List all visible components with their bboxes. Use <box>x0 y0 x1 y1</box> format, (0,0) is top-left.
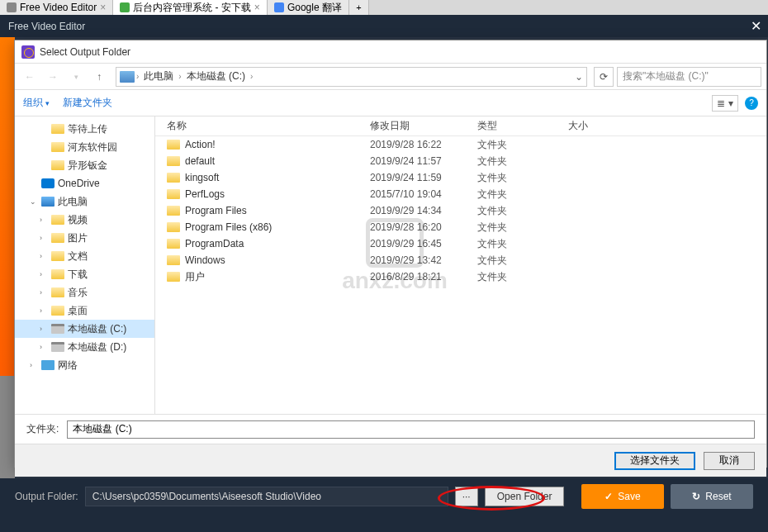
tree-item[interactable]: OneDrive <box>15 174 154 192</box>
browser-tab[interactable]: Free Video Editor× <box>0 0 113 15</box>
expand-icon[interactable]: › <box>40 306 48 315</box>
tab-label: Google 翻译 <box>287 1 342 15</box>
tree-label: 音乐 <box>68 286 88 300</box>
column-date[interactable]: 修改日期 <box>370 119 477 133</box>
tree-label: 异形钣金 <box>68 159 107 173</box>
file-type: 文件夹 <box>477 237 568 251</box>
expand-icon[interactable]: › <box>40 252 48 260</box>
tree-item[interactable]: 河东软件园 <box>15 138 154 156</box>
select-folder-button[interactable]: 选择文件夹 <box>614 452 695 470</box>
new-tab-button[interactable]: + <box>349 0 369 15</box>
folder-icon <box>51 251 64 261</box>
save-button[interactable]: Save <box>581 484 664 509</box>
forward-button[interactable]: → <box>43 67 63 87</box>
file-row[interactable]: Action!2019/9/28 16:22文件夹 <box>155 136 766 153</box>
favicon <box>7 2 17 12</box>
chevron-down-icon[interactable]: ⌄ <box>575 71 583 83</box>
file-row[interactable]: Program Files2019/9/29 14:34文件夹 <box>155 202 766 219</box>
reset-icon <box>692 491 700 502</box>
cancel-button[interactable]: 取消 <box>704 452 755 470</box>
column-type[interactable]: 类型 <box>477 119 568 133</box>
tree-item[interactable]: ›网络 <box>15 356 154 374</box>
file-name: Action! <box>185 139 216 150</box>
expand-icon[interactable]: › <box>40 216 48 224</box>
tree-label: 下载 <box>68 268 88 282</box>
file-date: 2019/9/28 16:22 <box>370 139 477 150</box>
up-button[interactable]: ↑ <box>89 67 109 87</box>
close-icon[interactable]: ✕ <box>751 18 761 34</box>
help-icon[interactable]: ? <box>745 97 758 110</box>
file-list[interactable]: 名称 修改日期 类型 大小 Action!2019/9/28 16:22文件夹d… <box>155 116 766 414</box>
organize-menu[interactable]: 组织▾ <box>23 96 50 110</box>
breadcrumb[interactable]: › 此电脑 › 本地磁盘 (C:) › ⌄ <box>116 67 587 87</box>
file-date: 2019/9/29 13:42 <box>370 254 477 266</box>
file-name: Windows <box>185 254 225 266</box>
breadcrumb-item[interactable]: 本地磁盘 (C:) <box>183 69 249 83</box>
dialog-title: Select Output Folder <box>40 46 130 58</box>
folder-icon <box>51 142 64 152</box>
tree-item[interactable]: ›文档 <box>15 247 154 265</box>
expand-icon[interactable]: ⌄ <box>30 197 38 206</box>
file-row[interactable]: Program Files (x86)2019/9/28 16:20文件夹 <box>155 219 766 235</box>
drive-icon <box>51 324 64 334</box>
view-options-button[interactable]: ≣ ▾ <box>712 95 738 112</box>
file-row[interactable]: PerfLogs2015/7/10 19:04文件夹 <box>155 186 766 202</box>
file-type: 文件夹 <box>477 270 568 284</box>
tree-item[interactable]: ›视频 <box>15 211 154 229</box>
filename-row: 文件夹: <box>15 414 766 444</box>
file-type: 文件夹 <box>477 221 568 235</box>
tree-item[interactable]: ›音乐 <box>15 283 154 302</box>
file-date: 2019/9/29 14:34 <box>370 205 477 216</box>
favicon <box>120 2 130 12</box>
tree-label: OneDrive <box>58 178 100 189</box>
expand-icon[interactable]: › <box>40 288 48 297</box>
close-icon[interactable]: × <box>254 2 260 13</box>
tree-item[interactable]: ›本地磁盘 (C:) <box>15 320 154 338</box>
expand-icon[interactable]: › <box>30 361 38 369</box>
file-row[interactable]: 用户2016/8/29 18:21文件夹 <box>155 268 766 285</box>
breadcrumb-item[interactable]: 此电脑 <box>140 69 177 83</box>
browser-tab[interactable]: 后台内容管理系统 - 安下载× <box>113 0 268 15</box>
file-row[interactable]: kingsoft2019/9/24 11:59文件夹 <box>155 169 766 186</box>
file-row[interactable]: Windows2019/9/29 13:42文件夹 <box>155 252 766 268</box>
close-icon[interactable]: × <box>100 2 106 13</box>
column-name[interactable]: 名称 <box>155 119 370 133</box>
expand-icon[interactable]: › <box>40 234 48 242</box>
tree-item[interactable]: ›图片 <box>15 229 154 247</box>
refresh-button[interactable]: ⟳ <box>594 67 614 87</box>
chevron-down-icon: ▾ <box>45 99 50 107</box>
file-type: 文件夹 <box>477 254 568 268</box>
reset-button[interactable]: Reset <box>671 484 753 509</box>
back-button[interactable]: ← <box>20 67 40 87</box>
expand-icon[interactable]: › <box>40 343 48 351</box>
tree-item[interactable]: ›桌面 <box>15 302 154 320</box>
tree-item[interactable]: ›本地磁盘 (D:) <box>15 338 154 356</box>
recent-dropdown[interactable]: ▾ <box>66 67 86 87</box>
file-name: Program Files <box>185 205 247 216</box>
filename-input[interactable] <box>67 420 755 439</box>
expand-icon[interactable]: › <box>40 325 48 333</box>
file-type: 文件夹 <box>477 171 568 185</box>
search-input[interactable]: 搜索"本地磁盘 (C:)" <box>617 67 761 87</box>
tree-label: 视频 <box>68 213 88 227</box>
file-type: 文件夹 <box>477 138 568 152</box>
filename-label: 文件夹: <box>26 422 59 436</box>
file-date: 2019/9/28 16:20 <box>370 221 477 233</box>
tree-item[interactable]: ›下载 <box>15 265 154 283</box>
tree-item[interactable]: ⌄此电脑 <box>15 192 154 211</box>
tree-item[interactable]: 异形钣金 <box>15 156 154 174</box>
file-date: 2015/7/10 19:04 <box>370 188 477 200</box>
expand-icon[interactable]: › <box>40 270 48 278</box>
app-icon <box>21 45 35 59</box>
column-size[interactable]: 大小 <box>568 119 634 133</box>
file-date: 2016/8/29 18:21 <box>370 271 477 283</box>
tree-item[interactable]: 等待上传 <box>15 120 154 138</box>
file-row[interactable]: ProgramData2019/9/29 16:45文件夹 <box>155 235 766 252</box>
drive-icon <box>51 342 64 352</box>
select-output-folder-dialog: Select Output Folder ← → ▾ ↑ › 此电脑 › 本地磁… <box>14 40 767 468</box>
output-path-field[interactable]: C:\Users\pc0359\Documents\Aiseesoft Stud… <box>85 487 448 506</box>
new-folder-button[interactable]: 新建文件夹 <box>63 96 112 110</box>
folder-tree[interactable]: 等待上传河东软件园异形钣金OneDrive⌄此电脑›视频›图片›文档›下载›音乐… <box>15 116 155 414</box>
file-row[interactable]: default2019/9/24 11:57文件夹 <box>155 153 766 169</box>
browser-tab[interactable]: Google 翻译 <box>268 0 349 15</box>
